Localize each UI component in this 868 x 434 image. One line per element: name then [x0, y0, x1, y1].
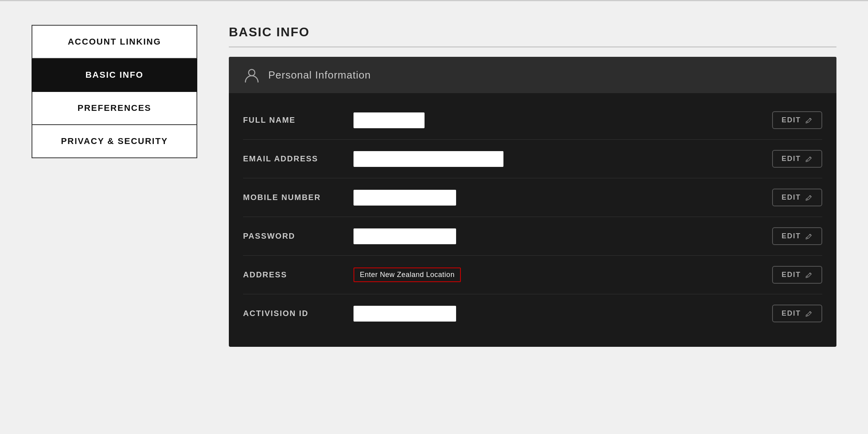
field-row-full-name: FULL NAMEEDIT	[243, 101, 822, 140]
svg-point-0	[249, 69, 255, 76]
sidebar-item-basic-info[interactable]: BASIC INFO	[32, 59, 197, 92]
edit-button-address[interactable]: EDIT	[772, 266, 822, 284]
card-body: FULL NAMEEDITEMAIL ADDRESSEDITMOBILE NUM…	[229, 93, 836, 347]
field-value-area-email-address	[354, 151, 772, 167]
main-content: ACCOUNT LINKINGBASIC INFOPREFERENCESPRIV…	[0, 25, 868, 347]
edit-label-email-address: EDIT	[782, 155, 801, 163]
edit-label-password: EDIT	[782, 232, 801, 240]
field-row-address: ADDRESSEnter New Zealand LocationEDIT	[243, 256, 822, 294]
edit-label-address: EDIT	[782, 271, 801, 279]
edit-icon-full-name	[805, 116, 813, 124]
edit-icon-password	[805, 232, 813, 240]
field-label-full-name: FULL NAME	[243, 116, 354, 125]
field-value-address: Enter New Zealand Location	[354, 268, 461, 282]
edit-icon-activision-id	[805, 310, 813, 318]
field-value-area-full-name	[354, 112, 772, 128]
field-label-address: ADDRESS	[243, 270, 354, 279]
field-value-area-activision-id	[354, 306, 772, 322]
field-value-activision-id	[354, 306, 456, 322]
page-wrapper: ACCOUNT LINKINGBASIC INFOPREFERENCESPRIV…	[0, 0, 868, 434]
person-icon	[243, 66, 260, 84]
edit-icon-mobile-number	[805, 194, 813, 202]
field-value-area-address: Enter New Zealand Location	[354, 268, 772, 282]
edit-button-password[interactable]: EDIT	[772, 227, 822, 245]
edit-icon-address	[805, 271, 813, 279]
info-card: Personal Information FULL NAMEEDITEMAIL …	[229, 57, 836, 347]
section-title: BASIC INFO	[229, 25, 836, 39]
edit-label-full-name: EDIT	[782, 116, 801, 124]
field-value-email-address	[354, 151, 503, 167]
edit-label-activision-id: EDIT	[782, 309, 801, 318]
edit-button-activision-id[interactable]: EDIT	[772, 305, 822, 322]
sidebar-item-account-linking[interactable]: ACCOUNT LINKING	[32, 25, 197, 59]
field-label-password: PASSWORD	[243, 232, 354, 241]
edit-label-mobile-number: EDIT	[782, 193, 801, 202]
field-value-full-name	[354, 112, 425, 128]
sidebar-item-privacy-security[interactable]: PRIVACY & SECURITY	[32, 125, 197, 158]
sidebar-item-preferences[interactable]: PREFERENCES	[32, 92, 197, 125]
edit-button-mobile-number[interactable]: EDIT	[772, 189, 822, 206]
field-value-area-mobile-number	[354, 190, 772, 206]
field-row-email-address: EMAIL ADDRESSEDIT	[243, 140, 822, 178]
field-value-password	[354, 228, 456, 244]
field-label-activision-id: ACTIVISION ID	[243, 309, 354, 318]
card-header-title: Personal Information	[268, 69, 371, 81]
edit-button-full-name[interactable]: EDIT	[772, 111, 822, 129]
field-row-activision-id: ACTIVISION IDEDIT	[243, 294, 822, 333]
field-row-password: PASSWORDEDIT	[243, 217, 822, 256]
field-value-area-password	[354, 228, 772, 244]
field-label-email-address: EMAIL ADDRESS	[243, 154, 354, 163]
field-label-mobile-number: MOBILE NUMBER	[243, 193, 354, 202]
edit-icon-email-address	[805, 155, 813, 163]
field-value-mobile-number	[354, 190, 456, 206]
section-divider	[229, 47, 836, 47]
main-panel: BASIC INFO Personal Information FULL NAM…	[229, 25, 836, 347]
edit-button-email-address[interactable]: EDIT	[772, 150, 822, 168]
field-row-mobile-number: MOBILE NUMBEREDIT	[243, 178, 822, 217]
card-header: Personal Information	[229, 57, 836, 93]
top-divider	[0, 0, 868, 1]
sidebar: ACCOUNT LINKINGBASIC INFOPREFERENCESPRIV…	[32, 25, 197, 347]
